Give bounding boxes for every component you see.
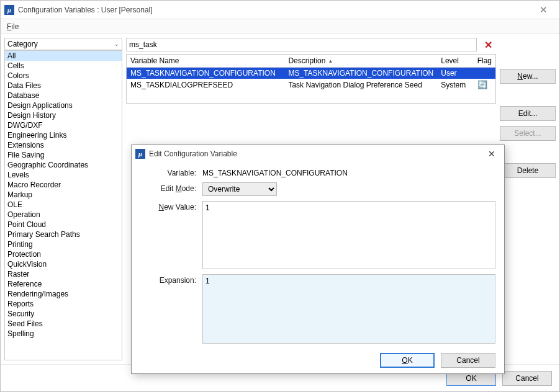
category-item[interactable]: File Saving [5,150,122,160]
cell-desc: MS_TASKNAVIGATION_CONFIGURATION [284,68,437,79]
category-item[interactable]: Security [5,309,122,319]
category-item[interactable]: Reference [5,279,122,289]
col-level[interactable]: Level [437,55,473,68]
category-item[interactable]: Rendering/Images [5,289,122,299]
category-item[interactable]: Data Files [5,81,122,91]
category-item[interactable]: Engineering Links [5,130,122,140]
table-header-row: Variable Name Description▲ Level Flag [127,55,495,68]
category-item[interactable]: All [5,51,122,61]
category-list[interactable]: AllCellsColorsData FilesDatabaseDesign A… [4,50,122,360]
category-item[interactable]: Colors [5,71,122,81]
variable-label: Variable: [140,167,196,177]
category-item[interactable]: Markup [5,190,122,200]
category-item[interactable]: DWG/DXF [5,120,122,130]
edit-button[interactable]: Edit... [500,106,556,121]
side-buttons: New... Edit... Select... Delete [500,38,556,360]
expansion-textarea: 1 [202,274,495,344]
dialog-title: Edit Configuration Variable [149,149,483,158]
chevron-down-icon: ⌄ [114,41,119,47]
category-item[interactable]: Reports [5,299,122,309]
dialog-ok-button[interactable]: OK [380,353,435,368]
category-item[interactable]: Seed Files [5,319,122,329]
dialog-body: Variable: MS_TASKNAVIGATION_CONFIGURATIO… [132,163,504,347]
app-icon: µ [4,5,14,15]
table-row[interactable]: MS_TASKNAVIGATION_CONFIGURATIONMS_TASKNA… [127,68,495,79]
category-item[interactable]: Database [5,91,122,100]
search-row: ✕ [126,38,496,51]
edit-configuration-dialog: µ Edit Configuration Variable ✕ Variable… [131,145,505,374]
category-item[interactable]: Spelling [5,329,122,339]
select-button: Select... [500,126,556,141]
menu-file[interactable]: File [7,22,19,31]
editmode-label: Edit Mode: [140,182,196,193]
titlebar: µ Configuration Variables : User [Person… [1,1,559,19]
category-item[interactable]: OLE [5,200,122,210]
search-input[interactable] [126,38,477,51]
editmode-select[interactable]: Overwrite [202,182,277,196]
expansion-label: Expansion: [140,274,196,285]
category-item[interactable]: Cells [5,61,122,71]
delete-button[interactable]: Delete [500,163,556,178]
category-header-label: Category [7,40,38,48]
refresh-icon: 🔄 [477,80,487,89]
col-flag[interactable]: Flag [474,55,495,68]
category-item[interactable]: Design Applications [5,100,122,110]
category-item[interactable]: Geographic Coordinates [5,160,122,170]
category-item[interactable]: Protection [5,249,122,259]
category-panel: Category ⌄ AllCellsColorsData FilesDatab… [4,38,122,360]
editmode-wrap: Overwrite [202,182,495,196]
cell-name: MS_TASKDIALOGPREFSEED [127,79,284,91]
window-title: Configuration Variables : User [Personal… [18,6,531,14]
new-button[interactable]: New... [500,69,556,84]
category-item[interactable]: Operation [5,210,122,220]
dialog-titlebar: µ Edit Configuration Variable ✕ [132,145,504,163]
cell-level: User [437,68,473,79]
table-row[interactable]: MS_TASKDIALOGPREFSEEDTask Navigation Dia… [127,79,495,91]
category-item[interactable]: Design History [5,110,122,120]
dialog-cancel-button[interactable]: Cancel [441,353,495,368]
category-item[interactable]: Primary Search Paths [5,229,122,239]
dialog-footer: OK Cancel [132,347,504,373]
category-item[interactable]: Point Cloud [5,220,122,229]
category-item[interactable]: Macro Recorder [5,180,122,190]
menubar: File [1,19,559,34]
cell-level: System [437,79,473,91]
newvalue-label: New Value: [140,201,196,212]
dialog-close-icon[interactable]: ✕ [483,149,500,159]
category-item[interactable]: Printing [5,239,122,249]
col-description-label: Description [288,56,325,65]
main-window: µ Configuration Variables : User [Person… [0,0,560,392]
clear-search-icon[interactable]: ✕ [481,39,496,51]
cell-flag: 🔄 [474,79,495,91]
category-item[interactable]: QuickVision [5,259,122,269]
category-item[interactable]: Extensions [5,140,122,150]
close-icon[interactable]: ✕ [531,4,556,16]
col-description[interactable]: Description▲ [284,55,437,68]
category-item[interactable]: Raster [5,269,122,279]
variable-table: Variable Name Description▲ Level Flag MS… [126,54,496,104]
body: Category ⌄ AllCellsColorsData FilesDatab… [1,34,559,364]
variable-value: MS_TASKNAVIGATION_CONFIGURATION [202,167,495,177]
col-variable-name[interactable]: Variable Name [127,55,284,68]
app-icon: µ [135,149,145,159]
newvalue-textarea[interactable]: 1 [202,201,495,269]
cell-name: MS_TASKNAVIGATION_CONFIGURATION [127,68,284,79]
sort-asc-icon: ▲ [328,58,333,64]
category-item[interactable]: Levels [5,170,122,180]
cell-desc: Task Navigation Dialog Preference Seed [284,79,437,91]
cancel-button[interactable]: Cancel [502,371,552,386]
cell-flag [474,68,495,79]
category-header[interactable]: Category ⌄ [4,38,122,50]
